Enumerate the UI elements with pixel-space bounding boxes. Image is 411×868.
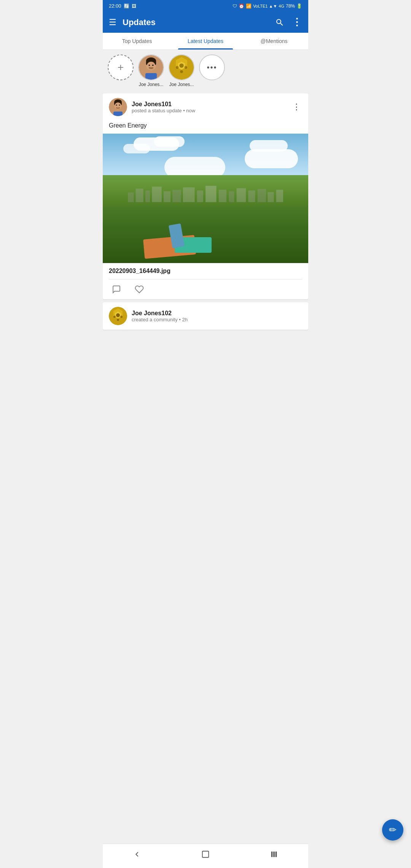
svg-rect-27 — [135, 188, 143, 202]
svg-point-16 — [180, 70, 183, 73]
post-header-1: Joe Jones101 posted a status update • no… — [103, 93, 308, 121]
svg-point-46 — [116, 313, 120, 317]
story-more-item[interactable]: ••• — [199, 54, 225, 80]
svg-rect-31 — [172, 190, 181, 203]
user1-avatar-img — [139, 54, 163, 80]
post2-user-avatar-img — [109, 307, 127, 325]
stories-row: + Joe J — [103, 50, 308, 90]
svg-point-49 — [117, 319, 119, 321]
search-button[interactable] — [275, 18, 284, 27]
more-icon: ⋮ — [292, 16, 302, 28]
status-bar: 22:00 🔄 🖼 🛡 ⏰ 📶 VoLTE1 ▲▼ 4G 78% 🔋 — [103, 0, 308, 12]
svg-rect-39 — [258, 189, 266, 203]
post-username-2: Joe Jones102 — [132, 310, 302, 317]
svg-rect-28 — [145, 191, 150, 203]
svg-point-22 — [116, 105, 117, 106]
add-story-item[interactable]: + — [107, 54, 134, 80]
story-label-1: Joe Jones... — [139, 82, 164, 87]
search-icon — [275, 18, 284, 27]
signal2-icon: 4G — [279, 4, 284, 8]
photo-icon: 🖼 — [132, 3, 136, 9]
story-item-2[interactable]: Joe Jones... — [168, 54, 195, 87]
svg-point-6 — [152, 64, 154, 66]
story-label-2: Joe Jones... — [169, 82, 194, 87]
post-card-2: Joe Jones102 created a community • 2h — [103, 302, 308, 330]
story-item-1[interactable]: Joe Jones... — [138, 54, 164, 87]
bottom-padding — [103, 333, 308, 378]
status-time: 22:00 🔄 🖼 — [109, 3, 136, 9]
svg-rect-37 — [237, 188, 246, 202]
cloud-3 — [123, 144, 150, 153]
battery-label: 78% — [286, 3, 295, 9]
tab-mentions[interactable]: @Mentions — [240, 33, 308, 49]
post-user-avatar-img — [109, 98, 127, 116]
wifi-icon: 📶 — [246, 3, 252, 9]
time-label: 22:00 — [109, 3, 121, 9]
comment-button-1[interactable] — [109, 283, 124, 295]
post-avatar-2 — [109, 307, 127, 325]
svg-point-48 — [120, 316, 123, 318]
like-button-1[interactable] — [132, 283, 147, 295]
post-more-button-1[interactable]: ⋮ — [291, 101, 302, 113]
app-bar-actions: ⋮ — [275, 16, 302, 28]
page-title: Updates — [123, 18, 269, 27]
user2-avatar-img — [169, 54, 194, 80]
tabs-bar: Top Updates Latest Updates @Mentions — [103, 33, 308, 50]
shield-icon: 🛡 — [233, 3, 237, 9]
svg-rect-34 — [206, 186, 217, 202]
signal1-icon: VoLTE1 ▲▼ — [253, 4, 277, 8]
cloud-2 — [154, 136, 185, 147]
cloud-5 — [245, 149, 298, 168]
svg-rect-30 — [164, 191, 170, 203]
like-icon — [135, 285, 144, 294]
svg-rect-32 — [183, 187, 195, 202]
post-username-1: Joe Jones101 — [132, 101, 286, 108]
post-image-1 — [103, 134, 308, 263]
svg-rect-33 — [197, 191, 203, 203]
svg-point-13 — [179, 64, 183, 68]
svg-rect-26 — [128, 193, 134, 203]
svg-point-15 — [185, 66, 188, 69]
post-avatar-1 — [109, 98, 127, 116]
post-meta-1: posted a status update • now — [132, 108, 286, 113]
svg-point-8 — [148, 67, 153, 69]
svg-point-25 — [116, 107, 120, 109]
story-avatar-2[interactable] — [169, 54, 194, 80]
comment-icon — [112, 285, 121, 294]
story-avatar-1[interactable] — [138, 54, 164, 80]
svg-point-23 — [119, 105, 120, 106]
svg-rect-24 — [113, 112, 123, 116]
svg-rect-40 — [268, 192, 274, 203]
alarm-icon: ⏰ — [239, 3, 244, 9]
post-user-info-2: Joe Jones102 created a community • 2h — [132, 310, 302, 322]
status-icons: 🛡 ⏰ 📶 VoLTE1 ▲▼ 4G 78% 🔋 — [233, 3, 302, 9]
svg-point-14 — [176, 66, 179, 69]
svg-point-5 — [148, 64, 150, 66]
more-button[interactable]: ⋮ — [292, 16, 302, 28]
svg-rect-41 — [276, 190, 283, 203]
tab-latest-updates[interactable]: Latest Updates — [171, 33, 240, 49]
post-more-icon-1: ⋮ — [292, 102, 301, 112]
svg-rect-35 — [219, 190, 226, 203]
svg-rect-29 — [152, 187, 162, 202]
post-card-1: Joe Jones101 posted a status update • no… — [103, 93, 308, 299]
sync-icon: 🔄 — [124, 3, 129, 9]
post-filename-1: 20220903_164449.jpg — [103, 263, 308, 279]
menu-button[interactable]: ☰ — [109, 18, 116, 27]
post-user-info-1: Joe Jones101 posted a status update • no… — [132, 101, 286, 113]
battery-icon: 🔋 — [296, 3, 302, 9]
post-meta-2: created a community • 2h — [132, 317, 302, 322]
add-story-button[interactable]: + — [108, 54, 134, 80]
buildings — [123, 183, 288, 202]
svg-rect-7 — [145, 73, 157, 80]
post-actions-1 — [103, 279, 308, 299]
svg-rect-38 — [248, 191, 255, 203]
plus-icon: + — [118, 61, 124, 73]
post-header-2: Joe Jones102 created a community • 2h — [103, 302, 308, 330]
post-caption-1: Green Energy — [103, 121, 308, 134]
svg-point-47 — [113, 316, 116, 318]
story-more-button[interactable]: ••• — [199, 54, 225, 80]
tab-top-updates[interactable]: Top Updates — [103, 33, 171, 49]
app-bar: ☰ Updates ⋮ — [103, 12, 308, 33]
menu-icon: ☰ — [109, 18, 116, 27]
